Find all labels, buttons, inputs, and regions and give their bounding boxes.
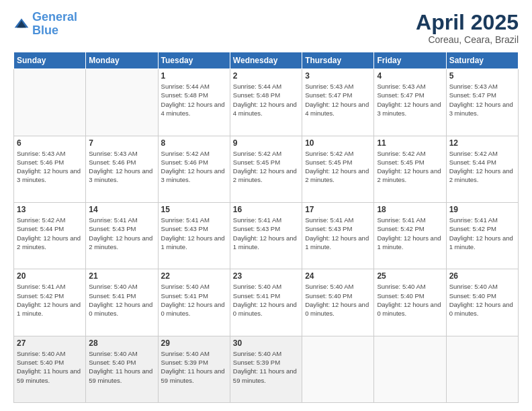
day-number: 7 <box>89 138 154 148</box>
calendar-week-row: 13Sunrise: 5:42 AMSunset: 5:44 PMDayligh… <box>14 202 519 269</box>
calendar-cell: 23Sunrise: 5:40 AMSunset: 5:41 PMDayligh… <box>230 269 302 336</box>
calendar-cell: 2Sunrise: 5:44 AMSunset: 5:48 PMDaylight… <box>230 69 302 136</box>
calendar-week-row: 20Sunrise: 5:41 AMSunset: 5:42 PMDayligh… <box>14 269 519 336</box>
day-detail: Sunrise: 5:40 AMSunset: 5:40 PMDaylight:… <box>89 349 154 385</box>
day-number: 27 <box>17 338 83 348</box>
calendar-cell: 19Sunrise: 5:41 AMSunset: 5:42 PMDayligh… <box>446 202 518 269</box>
day-number: 13 <box>17 205 83 214</box>
day-detail: Sunrise: 5:40 AMSunset: 5:40 PMDaylight:… <box>17 349 83 385</box>
day-number: 26 <box>449 271 515 281</box>
logo-icon <box>13 16 30 32</box>
calendar-cell: 30Sunrise: 5:40 AMSunset: 5:39 PMDayligh… <box>230 336 302 402</box>
calendar-cell <box>86 69 158 136</box>
day-number: 28 <box>89 338 154 348</box>
day-detail: Sunrise: 5:40 AMSunset: 5:39 PMDaylight:… <box>161 349 227 385</box>
day-number: 8 <box>161 138 227 148</box>
day-detail: Sunrise: 5:40 AMSunset: 5:40 PMDaylight:… <box>449 282 515 318</box>
day-number: 1 <box>161 71 227 81</box>
day-number: 2 <box>233 71 299 81</box>
calendar-day-header: Saturday <box>446 52 518 69</box>
day-detail: Sunrise: 5:40 AMSunset: 5:40 PMDaylight:… <box>305 282 371 318</box>
calendar-cell: 1Sunrise: 5:44 AMSunset: 5:48 PMDaylight… <box>158 69 230 136</box>
logo-line2: Blue <box>32 24 58 37</box>
calendar-cell: 9Sunrise: 5:42 AMSunset: 5:45 PMDaylight… <box>230 136 302 202</box>
calendar-cell: 18Sunrise: 5:41 AMSunset: 5:42 PMDayligh… <box>374 202 446 269</box>
calendar-cell: 4Sunrise: 5:43 AMSunset: 5:47 PMDaylight… <box>374 69 446 136</box>
day-number: 29 <box>161 338 227 348</box>
calendar-cell: 6Sunrise: 5:43 AMSunset: 5:46 PMDaylight… <box>14 136 86 202</box>
day-number: 10 <box>305 138 371 148</box>
calendar-cell: 13Sunrise: 5:42 AMSunset: 5:44 PMDayligh… <box>14 202 86 269</box>
day-number: 24 <box>305 271 371 281</box>
day-detail: Sunrise: 5:42 AMSunset: 5:44 PMDaylight:… <box>449 149 515 185</box>
day-detail: Sunrise: 5:41 AMSunset: 5:42 PMDaylight:… <box>17 282 83 318</box>
day-detail: Sunrise: 5:41 AMSunset: 5:42 PMDaylight:… <box>377 216 443 251</box>
calendar-cell: 24Sunrise: 5:40 AMSunset: 5:40 PMDayligh… <box>302 269 374 336</box>
day-detail: Sunrise: 5:43 AMSunset: 5:47 PMDaylight:… <box>449 82 515 118</box>
day-number: 25 <box>377 271 443 281</box>
calendar-cell: 8Sunrise: 5:42 AMSunset: 5:46 PMDaylight… <box>158 136 230 202</box>
day-number: 30 <box>233 338 299 348</box>
day-number: 21 <box>89 271 154 281</box>
calendar-cell: 27Sunrise: 5:40 AMSunset: 5:40 PMDayligh… <box>14 336 86 402</box>
day-number: 17 <box>305 205 371 214</box>
day-number: 22 <box>161 271 227 281</box>
day-detail: Sunrise: 5:40 AMSunset: 5:41 PMDaylight:… <box>89 282 154 318</box>
calendar-day-header: Friday <box>374 52 446 69</box>
day-number: 20 <box>17 271 83 281</box>
calendar-cell: 25Sunrise: 5:40 AMSunset: 5:40 PMDayligh… <box>374 269 446 336</box>
day-detail: Sunrise: 5:43 AMSunset: 5:47 PMDaylight:… <box>377 82 443 118</box>
subtitle: Coreau, Ceara, Brazil <box>416 34 519 45</box>
calendar-cell: 10Sunrise: 5:42 AMSunset: 5:45 PMDayligh… <box>302 136 374 202</box>
calendar-cell: 26Sunrise: 5:40 AMSunset: 5:40 PMDayligh… <box>446 269 518 336</box>
calendar-cell: 3Sunrise: 5:43 AMSunset: 5:47 PMDaylight… <box>302 69 374 136</box>
svg-rect-2 <box>19 26 23 28</box>
main-title: April 2025 <box>416 11 519 34</box>
calendar-cell: 29Sunrise: 5:40 AMSunset: 5:39 PMDayligh… <box>158 336 230 402</box>
day-detail: Sunrise: 5:40 AMSunset: 5:41 PMDaylight:… <box>233 282 299 318</box>
calendar-table: SundayMondayTuesdayWednesdayThursdayFrid… <box>13 52 519 403</box>
day-detail: Sunrise: 5:41 AMSunset: 5:43 PMDaylight:… <box>233 216 299 251</box>
calendar-cell <box>446 336 518 402</box>
day-detail: Sunrise: 5:43 AMSunset: 5:46 PMDaylight:… <box>89 149 154 185</box>
day-detail: Sunrise: 5:41 AMSunset: 5:42 PMDaylight:… <box>449 216 515 251</box>
day-number: 3 <box>305 71 371 81</box>
calendar-cell: 11Sunrise: 5:42 AMSunset: 5:45 PMDayligh… <box>374 136 446 202</box>
day-detail: Sunrise: 5:43 AMSunset: 5:46 PMDaylight:… <box>17 149 83 185</box>
day-number: 6 <box>17 138 83 148</box>
calendar-cell: 12Sunrise: 5:42 AMSunset: 5:44 PMDayligh… <box>446 136 518 202</box>
calendar-day-header: Thursday <box>302 52 374 69</box>
calendar-day-header: Tuesday <box>158 52 230 69</box>
calendar-cell: 15Sunrise: 5:41 AMSunset: 5:43 PMDayligh… <box>158 202 230 269</box>
day-detail: Sunrise: 5:41 AMSunset: 5:43 PMDaylight:… <box>161 216 227 251</box>
logo-line1: General <box>32 10 77 24</box>
day-detail: Sunrise: 5:40 AMSunset: 5:41 PMDaylight:… <box>161 282 227 318</box>
day-detail: Sunrise: 5:43 AMSunset: 5:47 PMDaylight:… <box>305 82 371 118</box>
calendar-day-header: Wednesday <box>230 52 302 69</box>
calendar-week-row: 27Sunrise: 5:40 AMSunset: 5:40 PMDayligh… <box>14 336 519 402</box>
title-block: April 2025 Coreau, Ceara, Brazil <box>416 11 519 45</box>
calendar-cell: 20Sunrise: 5:41 AMSunset: 5:42 PMDayligh… <box>14 269 86 336</box>
day-detail: Sunrise: 5:42 AMSunset: 5:45 PMDaylight:… <box>233 149 299 185</box>
calendar-day-header: Monday <box>86 52 158 69</box>
header: General Blue April 2025 Coreau, Ceara, B… <box>13 11 519 45</box>
day-detail: Sunrise: 5:42 AMSunset: 5:45 PMDaylight:… <box>305 149 371 185</box>
day-detail: Sunrise: 5:41 AMSunset: 5:43 PMDaylight:… <box>305 216 371 251</box>
calendar-cell: 22Sunrise: 5:40 AMSunset: 5:41 PMDayligh… <box>158 269 230 336</box>
day-detail: Sunrise: 5:44 AMSunset: 5:48 PMDaylight:… <box>161 82 227 118</box>
calendar-day-header: Sunday <box>14 52 86 69</box>
day-detail: Sunrise: 5:44 AMSunset: 5:48 PMDaylight:… <box>233 82 299 118</box>
logo-text: General Blue <box>32 11 77 38</box>
day-detail: Sunrise: 5:42 AMSunset: 5:46 PMDaylight:… <box>161 149 227 185</box>
calendar-cell: 16Sunrise: 5:41 AMSunset: 5:43 PMDayligh… <box>230 202 302 269</box>
day-number: 16 <box>233 205 299 214</box>
day-number: 18 <box>377 205 443 214</box>
day-number: 11 <box>377 138 443 148</box>
day-number: 9 <box>233 138 299 148</box>
calendar-cell <box>302 336 374 402</box>
calendar-cell: 17Sunrise: 5:41 AMSunset: 5:43 PMDayligh… <box>302 202 374 269</box>
calendar-cell: 14Sunrise: 5:41 AMSunset: 5:43 PMDayligh… <box>86 202 158 269</box>
day-detail: Sunrise: 5:41 AMSunset: 5:43 PMDaylight:… <box>89 216 154 251</box>
day-detail: Sunrise: 5:40 AMSunset: 5:40 PMDaylight:… <box>377 282 443 318</box>
calendar-cell: 28Sunrise: 5:40 AMSunset: 5:40 PMDayligh… <box>86 336 158 402</box>
